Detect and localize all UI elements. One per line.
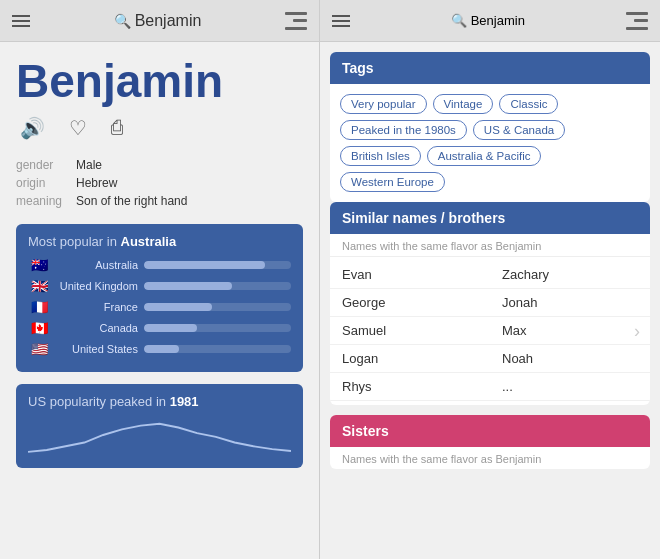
search-icon: 🔍	[114, 13, 131, 29]
country-name: Canada	[56, 322, 138, 334]
similar-subtitle: Names with the same flavor as Benjamin	[330, 234, 650, 257]
sisters-subtitle: Names with the same flavor as Benjamin	[330, 447, 650, 469]
tag-item[interactable]: US & Canada	[473, 120, 565, 140]
left-panel: 🔍 Benjamin Benjamin 🔊 ♡ ⎙ gender Male or…	[0, 0, 320, 559]
flag-icon: 🇦🇺	[28, 257, 50, 273]
tags-header: Tags	[330, 52, 650, 84]
bar-fill	[144, 282, 232, 290]
origin-value: Hebrew	[76, 176, 117, 190]
speaker-icon[interactable]: 🔊	[20, 116, 45, 140]
sisters-card: Sisters Names with the same flavor as Be…	[330, 415, 650, 469]
left-content: Benjamin 🔊 ♡ ⎙ gender Male origin Hebrew…	[0, 42, 319, 559]
popular-card-title: Most popular in Australia	[28, 234, 291, 249]
tag-item[interactable]: Australia & Pacific	[427, 146, 542, 166]
tags-card: Tags Very popularVintageClassicPeaked in…	[330, 52, 650, 202]
country-name: France	[56, 301, 138, 313]
popular-card: Most popular in Australia 🇦🇺 Australia 🇬…	[16, 224, 303, 372]
country-bar-united-kingdom: 🇬🇧 United Kingdom	[28, 278, 291, 294]
origin-row: origin Hebrew	[16, 176, 303, 190]
right-panel: 🔍 Benjamin Tags Very popularVintageClass…	[320, 0, 660, 559]
gender-row: gender Male	[16, 158, 303, 172]
bar-track	[144, 324, 291, 332]
share-icon[interactable]: ⎙	[111, 116, 123, 140]
gender-value: Male	[76, 158, 102, 172]
tag-item[interactable]: Vintage	[433, 94, 494, 114]
similar-name-col1[interactable]: Samuel	[330, 317, 490, 345]
flag-icon: 🇺🇸	[28, 341, 50, 357]
country-bar-canada: 🇨🇦 Canada	[28, 320, 291, 336]
left-search-area: 🔍 Benjamin	[114, 12, 202, 30]
tag-item[interactable]: Peaked in the 1980s	[340, 120, 467, 140]
country-bar-france: 🇫🇷 France	[28, 299, 291, 315]
similar-name-col2[interactable]: Jonah	[490, 289, 650, 317]
left-title: Benjamin	[135, 12, 202, 30]
flag-icon: 🇬🇧	[28, 278, 50, 294]
bar-track	[144, 345, 291, 353]
bar-fill	[144, 324, 197, 332]
bar-track	[144, 303, 291, 311]
similar-name-col1[interactable]: Evan	[330, 261, 490, 289]
names-grid: EvanZacharyGeorgeJonahSamuelMaxLoganNoah…	[330, 257, 650, 405]
gender-label: gender	[16, 158, 76, 172]
bar-track	[144, 282, 291, 290]
right-search-area: 🔍 Benjamin	[451, 13, 525, 28]
flag-icon: 🇫🇷	[28, 299, 50, 315]
flag-icon: 🇨🇦	[28, 320, 50, 336]
similar-name-col1[interactable]: George	[330, 289, 490, 317]
similar-header: Similar names / brothers	[330, 202, 650, 234]
right-content: Tags Very popularVintageClassicPeaked in…	[320, 42, 660, 559]
similar-name-col2[interactable]: Noah	[490, 345, 650, 373]
right-title: Benjamin	[471, 13, 525, 28]
origin-label: origin	[16, 176, 76, 190]
right-list-view-icon[interactable]	[626, 12, 648, 30]
similar-name-col1[interactable]: Rhys	[330, 373, 490, 401]
popular-country: Australia	[121, 234, 177, 249]
tag-item[interactable]: Western Europe	[340, 172, 445, 192]
meaning-label: meaning	[16, 194, 76, 208]
peaked-title: US popularity peaked in 1981	[28, 394, 291, 409]
right-search-icon: 🔍	[451, 13, 467, 28]
country-bar-united-states: 🇺🇸 United States	[28, 341, 291, 357]
country-name: Australia	[56, 259, 138, 271]
country-name: United Kingdom	[56, 280, 138, 292]
peaked-card: US popularity peaked in 1981	[16, 384, 303, 468]
similar-name-col2[interactable]: Zachary	[490, 261, 650, 289]
left-top-bar: 🔍 Benjamin	[0, 0, 319, 42]
name-title: Benjamin	[16, 58, 303, 104]
list-view-icon[interactable]	[285, 12, 307, 30]
popularity-sparkline	[28, 415, 291, 455]
sisters-header: Sisters	[330, 415, 650, 447]
tag-item[interactable]: British Isles	[340, 146, 421, 166]
action-icons: 🔊 ♡ ⎙	[16, 116, 303, 140]
similar-name-col2[interactable]: ...	[490, 373, 650, 401]
similar-name-col1[interactable]: Logan	[330, 345, 490, 373]
tag-item[interactable]: Classic	[499, 94, 558, 114]
country-bars: 🇦🇺 Australia 🇬🇧 United Kingdom 🇫🇷 France…	[28, 257, 291, 357]
similar-card: Similar names / brothers Names with the …	[330, 202, 650, 405]
bar-fill	[144, 303, 212, 311]
tags-area: Very popularVintageClassicPeaked in the …	[330, 84, 650, 202]
country-bar-australia: 🇦🇺 Australia	[28, 257, 291, 273]
right-top-bar: 🔍 Benjamin	[320, 0, 660, 42]
meaning-value: Son of the right hand	[76, 194, 187, 208]
tag-item[interactable]: Very popular	[340, 94, 427, 114]
country-name: United States	[56, 343, 138, 355]
bar-track	[144, 261, 291, 269]
similar-name-col2[interactable]: Max	[490, 317, 650, 345]
bar-fill	[144, 345, 179, 353]
favorite-icon[interactable]: ♡	[69, 116, 87, 140]
hamburger-menu[interactable]	[12, 15, 30, 27]
meaning-row: meaning Son of the right hand	[16, 194, 303, 208]
peaked-year: 1981	[170, 394, 199, 409]
right-hamburger-menu[interactable]	[332, 15, 350, 27]
info-table: gender Male origin Hebrew meaning Son of…	[16, 158, 303, 208]
bar-fill	[144, 261, 265, 269]
